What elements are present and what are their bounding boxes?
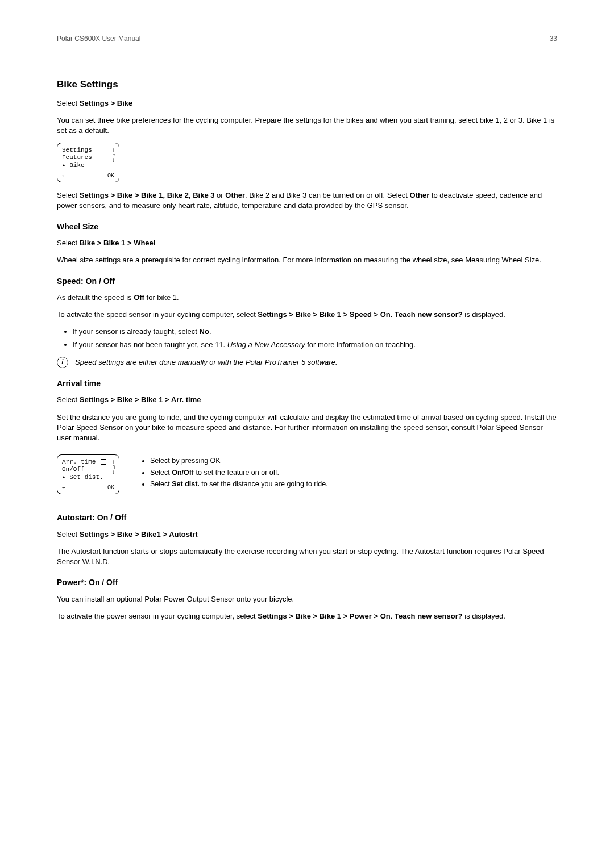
speed-bullets: If your sensor is already taught, select… <box>57 327 557 349</box>
manual-title: Polar CS600X User Manual <box>57 34 140 44</box>
body-text: The Autostart function starts or stops a… <box>57 546 557 567</box>
back-arrow-icon: ↤ <box>62 173 65 180</box>
list-item: Select On/Off to set the feature on or o… <box>150 468 557 478</box>
arrival-bullets: Select by pressing OK Select On/Off to s… <box>136 456 557 490</box>
autostart-title: Autostart: On / Off <box>57 512 557 524</box>
body-text: You can install an optional Polar Power … <box>57 594 557 604</box>
body-text: You can set three bike preferences for t… <box>57 115 557 136</box>
divider <box>136 450 452 450</box>
screen-line: Settings <box>62 147 114 154</box>
checkbox-icon <box>101 459 106 465</box>
body-text: Select Settings > Bike <box>57 98 557 108</box>
screen-line: Arr. time <box>62 458 114 466</box>
arrival-display: Arr. time On/Off ▸ Set dist. ↑▯↓ ↤ OK Se… <box>57 450 557 502</box>
device-screen-bike: Settings Features ▸ Bike ↑○↓ ↤ OK <box>57 143 119 182</box>
wheel-size-title: Wheel Size <box>57 222 557 233</box>
info-text: Speed settings are either done manually … <box>75 357 338 368</box>
info-note: i Speed settings are either done manuall… <box>57 357 557 368</box>
list-item: If your sensor is already taught, select… <box>73 327 557 337</box>
speed-title: Speed: On / Off <box>57 276 557 287</box>
back-arrow-icon: ↤ <box>62 485 65 491</box>
scroll-arrows-icon: ↑○↓ <box>112 148 115 163</box>
page-number: 33 <box>550 34 557 44</box>
list-item: Select Set dist. to set the distance you… <box>150 479 557 490</box>
power-title: Power*: On / Off <box>57 577 557 589</box>
screen-line: ▸ Bike <box>62 162 114 169</box>
bike-settings-title: Bike Settings <box>57 78 557 91</box>
body-text: Select Settings > Bike > Bike1 > Autostr… <box>57 529 557 540</box>
body-text: Select Settings > Bike > Bike 1, Bike 2,… <box>57 190 557 211</box>
screen-line: On/Off <box>62 466 114 473</box>
screen-line: ▸ Set dist. <box>62 474 114 481</box>
body-text: Set the distance you are going to ride, … <box>57 412 557 444</box>
body-text: To activate the power sensor in your cyc… <box>57 611 557 621</box>
ok-label: OK <box>107 485 114 491</box>
arrival-title: Arrival time <box>57 378 557 390</box>
body-text: To activate the speed sensor in your cyc… <box>57 310 557 320</box>
info-icon: i <box>57 357 68 368</box>
scroll-arrows-icon: ↑▯↓ <box>112 460 115 475</box>
body-text: As default the speed is Off for bike 1. <box>57 293 557 303</box>
device-screen-arrival: Arr. time On/Off ▸ Set dist. ↑▯↓ ↤ OK <box>57 454 119 494</box>
body-text: Select Settings > Bike > Bike 1 > Arr. t… <box>57 395 557 405</box>
screen-line: Features <box>62 154 114 161</box>
page-header: Polar CS600X User Manual 33 <box>57 34 557 44</box>
body-text: Select Bike > Bike 1 > Wheel <box>57 238 557 248</box>
list-item: Select by pressing OK <box>150 456 557 466</box>
ok-label: OK <box>107 173 114 180</box>
body-text: Wheel size settings are a prerequisite f… <box>57 255 557 265</box>
list-item: If your sensor has not been taught yet, … <box>73 340 557 350</box>
